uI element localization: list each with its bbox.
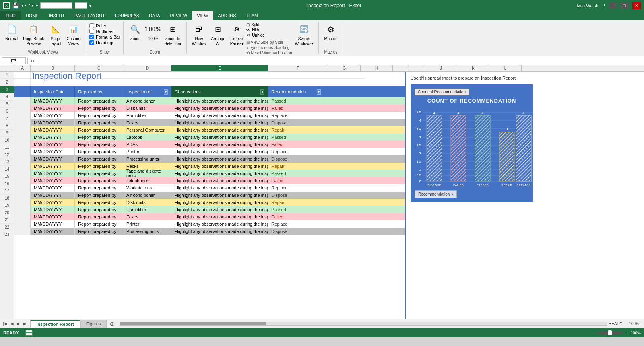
cell-b1[interactable]: Inspection Report xyxy=(31,72,365,79)
reset-window-btn[interactable]: ⟲ Reset Window Position xyxy=(246,51,292,55)
filter-observations-icon[interactable]: ▾ xyxy=(260,89,264,95)
cell-date-12[interactable]: MM/DD/YYYY xyxy=(31,155,75,163)
cell-reported-14[interactable]: Report prepared by xyxy=(75,170,123,177)
cell-date-9[interactable]: MM/DD/YYYY xyxy=(31,134,75,141)
cell-obs-10[interactable]: Highlight any observations made during t… xyxy=(171,141,268,148)
cell-obs-21[interactable]: Highlight any observations made during t… xyxy=(171,220,268,228)
font-name-box[interactable]: Arial xyxy=(40,2,72,9)
horizontal-scrollbar[interactable] xyxy=(120,322,607,326)
cell-reported-7[interactable]: Report prepared by xyxy=(75,119,123,126)
cell-obs-4[interactable]: Highlight any observations made during t… xyxy=(171,97,268,105)
cell-obs-22[interactable]: Highlight any observations made during t… xyxy=(171,228,268,235)
cell-rec-8[interactable]: Repair xyxy=(268,126,324,134)
table-row-10[interactable]: MM/DD/YYYY Report prepared by PDAs Highl… xyxy=(14,141,405,148)
cell-rec-20[interactable]: Failed xyxy=(268,213,324,220)
table-row-20[interactable]: MM/DD/YYYY Report prepared by Faxes High… xyxy=(14,213,405,220)
cell-rec-19[interactable]: Passed xyxy=(268,206,324,213)
table-row-15[interactable]: MM/DD/YYYY Report prepared by Telephones… xyxy=(14,177,405,184)
qat-undo[interactable]: ↩ xyxy=(21,2,26,9)
cell-obs-8[interactable]: Highlight any observations made during t… xyxy=(171,126,268,134)
cell-rec-5[interactable]: Failed xyxy=(268,105,324,112)
normal-btn[interactable]: 📄 Normal xyxy=(3,22,20,43)
table-row-4[interactable]: MM/DD/YYYY Report prepared by Air condit… xyxy=(14,97,405,105)
cell-item-9[interactable]: Laptops xyxy=(123,134,171,141)
cell-date-13[interactable]: MM/DD/YYYY xyxy=(31,163,75,170)
cell-item-10[interactable]: PDAs xyxy=(123,141,171,148)
formula-bar-checkbox-label[interactable]: Formula Bar xyxy=(89,35,120,39)
cell-rec-21[interactable]: Replace xyxy=(268,220,324,228)
filter-recommendation-icon[interactable]: ▾ xyxy=(317,89,321,95)
cell-obs-20[interactable]: Highlight any observations made during t… xyxy=(171,213,268,220)
cell-obs-7[interactable]: Highlight any observations made during t… xyxy=(171,119,268,126)
cell-item-15[interactable]: Telephones xyxy=(123,177,171,184)
cell-obs-15[interactable]: Highlight any observations made during t… xyxy=(171,177,268,184)
col-header-k[interactable]: K xyxy=(457,65,489,71)
cell-date-8[interactable]: MM/DD/YYYY xyxy=(31,126,75,134)
max-btn[interactable]: □ xyxy=(621,2,628,9)
headings-checkbox-label[interactable]: Headings xyxy=(89,40,120,45)
zoom-slider[interactable] xyxy=(598,331,622,334)
table-row-5[interactable]: MM/DD/YYYY Report prepared by Disk units… xyxy=(14,105,405,112)
cell-reported-12[interactable]: Report prepared by xyxy=(75,155,123,163)
cell-date-21[interactable]: MM/DD/YYYY xyxy=(31,220,75,228)
cell-date-18[interactable]: MM/DD/YYYY xyxy=(31,199,75,206)
col-header-g[interactable]: G xyxy=(328,65,361,71)
sheet-add-btn[interactable]: ⊕ xyxy=(107,320,118,328)
tab-view[interactable]: VIEW xyxy=(192,11,213,20)
cell-reported-10[interactable]: Report prepared by xyxy=(75,141,123,148)
cell-rec-15[interactable]: Failed xyxy=(268,177,324,184)
cell-obs-11[interactable]: Highlight any observations made during t… xyxy=(171,148,268,155)
min-btn[interactable]: ─ xyxy=(609,2,617,9)
cell-rec-18[interactable]: Repair xyxy=(268,199,324,206)
formula-bar-checkbox[interactable] xyxy=(89,35,94,39)
cell-rec-22[interactable]: Dispose xyxy=(268,228,324,235)
split-btn[interactable]: ⊞ Split xyxy=(246,23,292,27)
cell-date-10[interactable]: MM/DD/YYYY xyxy=(31,141,75,148)
sync-scroll-btn[interactable]: ↕ Synchronous Scrolling xyxy=(246,45,292,50)
cell-obs-17[interactable]: Highlight any observations made during t… xyxy=(171,192,268,199)
header-recommendation[interactable]: Recommendation ▾ xyxy=(268,86,324,97)
cell-item-20[interactable]: Faxes xyxy=(123,213,171,220)
cell-date-19[interactable]: MM/DD/YYYY xyxy=(31,206,75,213)
col-header-a[interactable]: A xyxy=(14,65,31,71)
filter-inspection-icon[interactable]: ▾ xyxy=(164,89,168,95)
cell-rec-17[interactable]: Dispose xyxy=(268,192,324,199)
sheet-nav-prev[interactable]: ◀ xyxy=(9,321,15,326)
cell-date-15[interactable]: MM/DD/YYYY xyxy=(31,177,75,184)
cell-obs-6[interactable]: Highlight any observations made during t… xyxy=(171,112,268,119)
cell-item-5[interactable]: Disk units xyxy=(123,105,171,112)
ruler-checkbox-label[interactable]: Ruler xyxy=(89,23,120,28)
tab-formulas[interactable]: FORMULAS xyxy=(110,11,144,20)
cell-rec-7[interactable]: Dispose xyxy=(268,119,324,126)
zoom-in-btn[interactable]: + xyxy=(625,331,627,335)
qat-redo[interactable]: ↪ xyxy=(29,2,33,9)
cell-date-7[interactable]: MM/DD/YYYY xyxy=(31,119,75,126)
cell-obs-9[interactable]: Highlight any observations made during t… xyxy=(171,134,268,141)
table-row-16[interactable]: MM/DD/YYYY Report prepared by Workstatio… xyxy=(14,184,405,192)
col-header-j[interactable]: J xyxy=(425,65,457,71)
cell-item-18[interactable]: Disk units xyxy=(123,199,171,206)
switch-windows-btn[interactable]: 🔄 SwitchWindows▾ xyxy=(293,22,316,47)
tab-data[interactable]: DATA xyxy=(144,11,165,20)
cell-obs-16[interactable]: Highlight any observations made during t… xyxy=(171,184,268,192)
sheet-tab-figures[interactable]: Figures xyxy=(80,320,107,328)
help-btn[interactable]: ? xyxy=(602,3,605,8)
cell-reported-17[interactable]: Report prepared by xyxy=(75,192,123,199)
col-header-e[interactable]: E xyxy=(171,65,268,71)
chart-filter-btn[interactable]: Recommendation ▾ xyxy=(415,190,457,198)
freeze-panes-btn[interactable]: ❄ FreezePanes▾ xyxy=(228,22,246,47)
zoom-selection-btn[interactable]: ⊞ Zoom toSelection xyxy=(162,22,183,47)
cell-reported-15[interactable]: Report prepared by xyxy=(75,177,123,184)
cell-reported-13[interactable]: Report prepared by xyxy=(75,163,123,170)
header-reported-by[interactable]: Reported by xyxy=(75,86,123,97)
tab-review[interactable]: REVIEW xyxy=(165,11,192,20)
cell-reported-6[interactable]: Report prepared by xyxy=(75,112,123,119)
cell-item-11[interactable]: Printer xyxy=(123,148,171,155)
cell-obs-12[interactable]: Highlight any observations made during t… xyxy=(171,155,268,163)
cell-reported-16[interactable]: Report prepared by xyxy=(75,184,123,192)
zoom-out-btn[interactable]: − xyxy=(592,331,594,335)
cell-date-14[interactable]: MM/DD/YYYY xyxy=(31,170,75,177)
gridlines-checkbox-label[interactable]: Gridlines xyxy=(89,29,120,34)
cell-reported-11[interactable]: Report prepared by xyxy=(75,148,123,155)
cell-b2[interactable] xyxy=(31,79,405,86)
